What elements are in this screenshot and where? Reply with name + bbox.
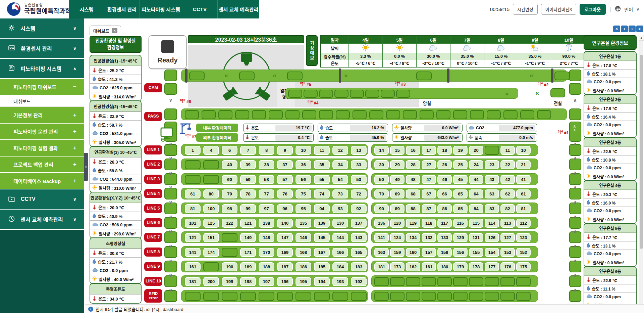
- line-3-button[interactable]: LINE 3: [144, 175, 162, 184]
- weather-sun-icon: [383, 44, 417, 53]
- greenhouse-card: 연구온실 4동온도 : 20.3 ℃습도 : 16.0 %CO2 : 0.0 p…: [584, 180, 637, 224]
- nav-item-3[interactable]: 피노타이핑 시스템: [140, 0, 182, 18]
- tab-close-icon[interactable]: ×: [112, 28, 117, 33]
- line-1-button[interactable]: LINE 1: [144, 145, 162, 154]
- sensor-label: #1: [564, 131, 569, 135]
- account-button[interactable]: 아이티컨버전3: [541, 4, 576, 15]
- line-4-button[interactable]: LINE 4: [144, 189, 162, 198]
- temp-value: -5℃ / 6℃: [349, 60, 383, 67]
- drop-icon: [320, 125, 324, 131]
- rack-slot-empty: [336, 110, 350, 119]
- rack-slot: 180: [437, 262, 452, 271]
- rack-slot: 1: [185, 146, 201, 155]
- sensor-label: #6: [186, 99, 191, 104]
- nav-item-2[interactable]: 환경센서 관리: [104, 0, 140, 18]
- globe-icon[interactable]: [615, 6, 621, 13]
- line-5-button[interactable]: LINE 5: [144, 204, 162, 213]
- rack-slot: 161: [422, 262, 436, 271]
- rack-slot: 79: [222, 189, 237, 198]
- rack-slot: 61: [185, 189, 201, 198]
- sidebar-item-7[interactable]: 피노타이핑 운전 관리+: [0, 124, 84, 140]
- line-8-button[interactable]: LINE 8: [144, 248, 162, 257]
- greenhouse-card-title: 연구온실 4동: [584, 181, 636, 190]
- greenhouse-metric-row: 습도 : 16.4 %: [584, 112, 636, 121]
- conveyor-row-10-left: 181200199198197196195194193192: [181, 275, 368, 287]
- line-7-button[interactable]: LINE 7: [144, 233, 162, 242]
- right-panel-scrollbar[interactable]: ▲: [639, 35, 643, 313]
- rack-slot: 188: [259, 262, 274, 271]
- top-header: 농촌진흥청 국립원예특작과학원 시스템환경센서 관리피노타이핑 시스템CCTV센…: [0, 0, 644, 18]
- sidebar-item-4[interactable]: 피노타이핑 대쉬보드−: [0, 79, 84, 95]
- workspace-collapse-button[interactable]: »: [636, 26, 643, 32]
- chamber-metric-row: CO2 : 644.0 ppm: [90, 175, 141, 183]
- rack-slot: 184: [332, 262, 348, 271]
- temp-value: -1℃ / 9℃: [518, 60, 552, 67]
- drop-icon: [586, 243, 590, 249]
- sidebar-item-2[interactable]: 환경센서 관리∨: [0, 39, 84, 59]
- extend-time-button[interactable]: 시간연장: [513, 4, 538, 15]
- weather-forecast-table: 일자4일5일6일7일8일9일10일날씨강수확률(%)3.3 %0.0 %30.0…: [320, 35, 586, 68]
- rack-slot-empty: [390, 292, 405, 301]
- tab-dashboard[interactable]: 대쉬보드 ×: [90, 26, 121, 35]
- chevron-up-icon: ∧: [573, 273, 577, 277]
- rack-slot-empty: [285, 110, 300, 119]
- sun-icon: [394, 135, 399, 141]
- rack-slot: 131: [469, 233, 483, 242]
- nav-item-4[interactable]: CCTV: [182, 0, 217, 18]
- rack-slot: 147: [277, 233, 293, 242]
- sidebar-item-8[interactable]: 피노타이핑 실험 결과+: [0, 140, 84, 156]
- chevron-up-icon: ∧: [573, 98, 577, 102]
- language-label[interactable]: 언어: [624, 6, 633, 13]
- env-metric: 온도19.7 ℃: [243, 124, 314, 132]
- conveyor-separator: [339, 69, 341, 83]
- sidebar-item-12[interactable]: 센서 교체 예측관리∨: [0, 210, 84, 230]
- workspace-next-button[interactable]: ›: [629, 26, 636, 32]
- crane-icon: [180, 122, 195, 134]
- panel-drag-handle[interactable]: ≡: [84, 153, 88, 181]
- sidebar-item-5[interactable]: 대쉬보드: [0, 95, 84, 107]
- rack-slot: 185: [314, 262, 330, 271]
- logout-button[interactable]: 로그아웃: [580, 4, 606, 15]
- sidebar-item-11[interactable]: CCTV∨: [0, 189, 84, 210]
- sidebar-item-1[interactable]: 시스템∨: [0, 18, 84, 39]
- rack-slot-empty: [485, 277, 499, 286]
- line-9-button[interactable]: LINE 9: [144, 262, 162, 271]
- sensor-card-icon: [8, 44, 15, 52]
- nav-item-1[interactable]: 시스템: [69, 0, 104, 18]
- scrollbar-thumb[interactable]: [640, 55, 643, 249]
- sidebar-item-6[interactable]: 기본정보 관리+: [0, 107, 84, 124]
- workspace-prev-button[interactable]: ‹: [621, 26, 628, 32]
- rack-slot-empty: [554, 72, 570, 80]
- rack-slot: 27: [422, 160, 436, 169]
- metric-text: 습도 : 18.1 %: [592, 71, 615, 77]
- rack-slot: 96: [277, 204, 293, 213]
- rack-slot: 166: [332, 248, 348, 257]
- nav-item-5[interactable]: 센서 교체 예측관리: [217, 0, 259, 18]
- workspace-close-button[interactable]: ×: [613, 26, 620, 32]
- rack-slot: 67: [422, 189, 436, 198]
- rack-slot: 41: [516, 175, 531, 184]
- scroll-up-icon[interactable]: ▲: [639, 35, 644, 41]
- line-6-button[interactable]: LINE 6: [144, 218, 162, 227]
- darkroom-conveyor: «: [285, 88, 518, 99]
- rack-slot-empty: [259, 292, 274, 301]
- sidebar-item-9[interactable]: 프로젝트 백업 관리+: [0, 156, 84, 173]
- rack-slot: 187: [277, 262, 293, 271]
- rfid-error-button[interactable]: RFIDerror: [144, 289, 162, 303]
- metric-value: 0.0 m/s: [499, 135, 535, 141]
- line-10-button[interactable]: LINE 10: [144, 277, 162, 286]
- rack-slot-empty: [203, 292, 219, 301]
- sidebar-item-10[interactable]: 데이타베이스 Backup+: [0, 173, 84, 189]
- sidebar-item-3[interactable]: 피노타이핑 시스템∧: [0, 59, 84, 79]
- pass-button[interactable]: PASS: [144, 112, 162, 121]
- chevron-down-icon[interactable]: ∨: [636, 7, 639, 12]
- line-2-button[interactable]: LINE 2: [144, 160, 162, 169]
- rack-slot: 183: [351, 262, 367, 271]
- rack-slot: 125: [203, 219, 219, 228]
- cam-button[interactable]: CAM: [144, 83, 162, 92]
- greenhouse-card: 연구온실 1동온도 : 17.8 ℃습도 : 18.1 %CO2 : 0.0 p…: [584, 51, 637, 95]
- precip-value: 35.0 %: [518, 53, 552, 60]
- rda-logo-icon: [7, 2, 21, 16]
- rack-slot-empty: [332, 292, 348, 301]
- conveyor-row-3-left: 6059585756555453: [181, 173, 368, 185]
